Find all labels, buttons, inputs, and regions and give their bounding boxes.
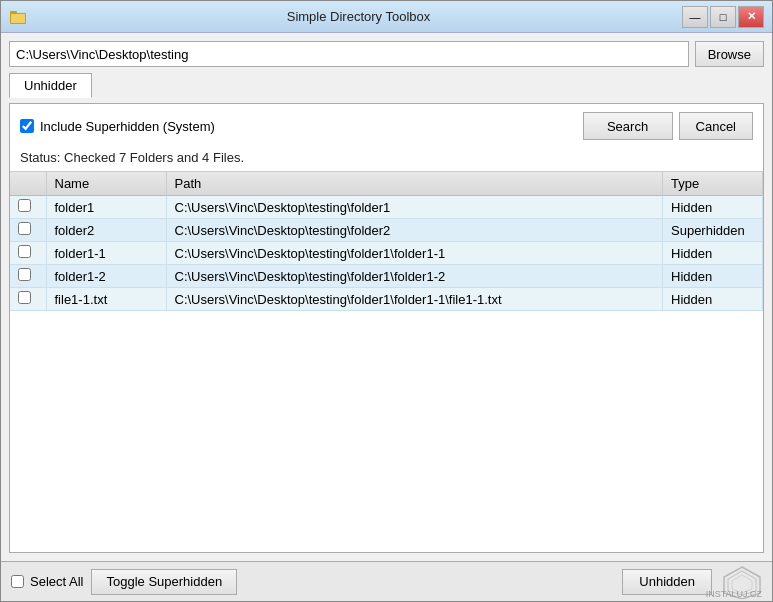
- row-path: C:\Users\Vinc\Desktop\testing\folder1\fo…: [166, 265, 663, 288]
- table-body: folder1 C:\Users\Vinc\Desktop\testing\fo…: [10, 196, 763, 311]
- table-row: folder2 C:\Users\Vinc\Desktop\testing\fo…: [10, 219, 763, 242]
- close-button[interactable]: ✕: [738, 6, 764, 28]
- row-type: Superhidden: [663, 219, 763, 242]
- toolbar-row: Include Superhidden (System) Search Canc…: [10, 104, 763, 148]
- browse-button[interactable]: Browse: [695, 41, 764, 67]
- row-checkbox-cell[interactable]: [10, 219, 46, 242]
- bottom-bar: Select All Toggle Superhidden Unhidden I…: [1, 561, 772, 601]
- row-name: file1-1.txt: [46, 288, 166, 311]
- cancel-button[interactable]: Cancel: [679, 112, 753, 140]
- search-button[interactable]: Search: [583, 112, 673, 140]
- row-checkbox[interactable]: [18, 245, 31, 258]
- col-checkbox: [10, 172, 46, 196]
- tab-content: Include Superhidden (System) Search Canc…: [9, 103, 764, 553]
- svg-rect-2: [11, 14, 25, 23]
- window-controls: — □ ✕: [682, 6, 764, 28]
- row-type: Hidden: [663, 265, 763, 288]
- row-name: folder2: [46, 219, 166, 242]
- main-window: Simple Directory Toolbox — □ ✕ Browse Un…: [0, 0, 773, 602]
- row-type: Hidden: [663, 196, 763, 219]
- row-checkbox[interactable]: [18, 291, 31, 304]
- row-checkbox[interactable]: [18, 222, 31, 235]
- row-checkbox[interactable]: [18, 268, 31, 281]
- row-checkbox-cell[interactable]: [10, 288, 46, 311]
- path-input[interactable]: [9, 41, 689, 67]
- row-checkbox-cell[interactable]: [10, 196, 46, 219]
- row-checkbox-cell[interactable]: [10, 242, 46, 265]
- tab-unhidder[interactable]: Unhidder: [9, 73, 92, 98]
- col-name: Name: [46, 172, 166, 196]
- col-path: Path: [166, 172, 663, 196]
- superhidden-checkbox[interactable]: [20, 119, 34, 133]
- tab-bar: Unhidder: [9, 73, 764, 98]
- table-row: folder1 C:\Users\Vinc\Desktop\testing\fo…: [10, 196, 763, 219]
- bottom-left: Select All Toggle Superhidden: [11, 569, 237, 595]
- logo-area: INSTALUJ.CZ: [722, 565, 762, 599]
- col-type: Type: [663, 172, 763, 196]
- watermark-text: INSTALUJ.CZ: [706, 589, 762, 599]
- window-content: Browse Unhidder Include Superhidden (Sys…: [1, 33, 772, 561]
- title-bar: Simple Directory Toolbox — □ ✕: [1, 1, 772, 33]
- file-table-container[interactable]: Name Path Type folder1 C:\Users\Vinc\Des…: [10, 171, 763, 552]
- window-title: Simple Directory Toolbox: [35, 9, 682, 24]
- table-row: folder1-1 C:\Users\Vinc\Desktop\testing\…: [10, 242, 763, 265]
- table-row: folder1-2 C:\Users\Vinc\Desktop\testing\…: [10, 265, 763, 288]
- search-cancel-row: Search Cancel: [583, 112, 753, 140]
- status-text: Status: Checked 7 Folders and 4 Files.: [20, 150, 244, 165]
- table-header: Name Path Type: [10, 172, 763, 196]
- superhidden-checkbox-label[interactable]: Include Superhidden (System): [20, 119, 573, 134]
- row-name: folder1-1: [46, 242, 166, 265]
- svg-rect-1: [10, 11, 17, 14]
- row-path: C:\Users\Vinc\Desktop\testing\folder1\fo…: [166, 242, 663, 265]
- row-path: C:\Users\Vinc\Desktop\testing\folder1\fo…: [166, 288, 663, 311]
- row-path: C:\Users\Vinc\Desktop\testing\folder2: [166, 219, 663, 242]
- status-row: Status: Checked 7 Folders and 4 Files.: [10, 148, 763, 171]
- unhidden-button[interactable]: Unhidden: [622, 569, 712, 595]
- row-name: folder1: [46, 196, 166, 219]
- app-icon: [9, 8, 27, 26]
- row-checkbox-cell[interactable]: [10, 265, 46, 288]
- superhidden-label: Include Superhidden (System): [40, 119, 215, 134]
- row-name: folder1-2: [46, 265, 166, 288]
- select-all-text: Select All: [30, 574, 83, 589]
- row-checkbox[interactable]: [18, 199, 31, 212]
- select-all-label[interactable]: Select All: [11, 574, 83, 589]
- restore-button[interactable]: □: [710, 6, 736, 28]
- table-row: file1-1.txt C:\Users\Vinc\Desktop\testin…: [10, 288, 763, 311]
- toggle-superhidden-button[interactable]: Toggle Superhidden: [91, 569, 237, 595]
- file-table: Name Path Type folder1 C:\Users\Vinc\Des…: [10, 172, 763, 311]
- path-row: Browse: [9, 41, 764, 67]
- row-type: Hidden: [663, 288, 763, 311]
- select-all-checkbox[interactable]: [11, 575, 24, 588]
- row-type: Hidden: [663, 242, 763, 265]
- minimize-button[interactable]: —: [682, 6, 708, 28]
- row-path: C:\Users\Vinc\Desktop\testing\folder1: [166, 196, 663, 219]
